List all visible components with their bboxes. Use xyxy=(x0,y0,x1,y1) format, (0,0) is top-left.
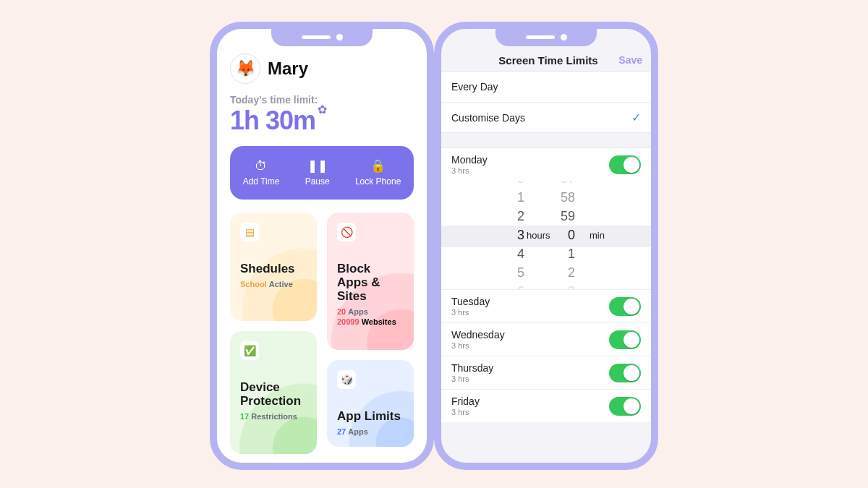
save-button[interactable]: Save xyxy=(618,54,642,66)
card-value-text: Restrictions xyxy=(251,412,297,421)
day-row-friday[interactable]: Friday 3 hrs xyxy=(441,389,651,422)
day-value: 3 hrs xyxy=(451,341,505,350)
card-device-protection[interactable]: ✅ Device Protection 17 Restrictions xyxy=(230,331,317,454)
calendar-icon: ▤ xyxy=(240,223,259,241)
block-icon: 🚫 xyxy=(337,223,356,241)
day-toggle-friday[interactable] xyxy=(609,397,641,416)
card-app-limits[interactable]: 🎲 App Limits 27 Apps xyxy=(327,360,414,447)
day-name: Wednesday xyxy=(451,329,505,341)
day-row-thursday[interactable]: Thursday 3 hrs xyxy=(441,356,651,389)
phone-notch xyxy=(271,27,373,46)
dice-icon: 🎲 xyxy=(337,370,356,389)
card-value: 27 xyxy=(337,427,346,436)
day-row-wednesday[interactable]: Wednesday 3 hrs xyxy=(441,322,651,356)
action-label: Pause xyxy=(305,176,330,187)
card-title: Shedules xyxy=(240,262,307,275)
day-value: 3 hrs xyxy=(451,166,488,175)
mode-every-day[interactable]: Every Day xyxy=(441,72,651,102)
checkmark-icon: ✓ xyxy=(631,111,641,124)
time-picker[interactable]: 0 1 2 3 4 5 6 57 58 59 0 1 2 xyxy=(441,181,651,289)
dashboard-phone: 🦊 Mary Today's time limit: 1h 30m ✿ ⏱ Ad… xyxy=(210,22,434,470)
card-title: App Limits xyxy=(337,409,404,423)
day-name: Thursday xyxy=(451,362,493,374)
mode-customise-days-label: Customise Days xyxy=(451,112,525,124)
min-unit-label: min xyxy=(590,230,605,241)
pause-icon: ❚❚ xyxy=(307,160,328,172)
day-name: Monday xyxy=(451,154,488,166)
card-sites-value: 20999 xyxy=(337,317,359,326)
card-apps-value: 20 xyxy=(337,307,346,316)
days-list: Monday 3 hrs 0 1 2 3 4 5 6 xyxy=(441,147,651,422)
minutes-wheel[interactable]: 57 58 59 0 1 2 3 xyxy=(561,181,575,289)
day-name: Friday xyxy=(451,395,480,407)
day-row-monday[interactable]: Monday 3 hrs xyxy=(441,148,651,181)
time-limit-value: 1h 30m xyxy=(230,106,315,136)
settings-icon[interactable]: ✿ xyxy=(318,103,327,116)
mode-every-day-label: Every Day xyxy=(451,81,498,93)
card-value: School xyxy=(240,280,267,288)
mode-selector-list: Every Day Customise Days ✓ xyxy=(441,71,651,133)
pause-button[interactable]: ❚❚ Pause xyxy=(305,160,330,187)
card-title: Block Apps & Sites xyxy=(337,262,404,303)
lock-phone-button[interactable]: 🔒 Lock Phone xyxy=(355,160,401,187)
day-toggle-monday[interactable] xyxy=(609,155,641,174)
page-title: Screen Time Limits xyxy=(498,54,597,67)
card-value: 17 xyxy=(240,412,249,421)
add-time-button[interactable]: ⏱ Add Time xyxy=(243,160,280,187)
card-value-text: Apps xyxy=(348,427,368,436)
shield-check-icon: ✅ xyxy=(240,341,259,360)
profile-header[interactable]: 🦊 Mary xyxy=(230,53,414,84)
day-toggle-tuesday[interactable] xyxy=(609,297,641,316)
day-row-tuesday[interactable]: Tuesday 3 hrs xyxy=(441,289,651,322)
mode-customise-days[interactable]: Customise Days ✓ xyxy=(441,102,651,132)
hours-unit-label: hours xyxy=(527,230,550,241)
quick-actions-bar: ⏱ Add Time ❚❚ Pause 🔒 Lock Phone xyxy=(230,146,414,200)
day-value: 3 hrs xyxy=(451,374,493,383)
day-toggle-wednesday[interactable] xyxy=(609,330,641,349)
timer-icon: ⏱ xyxy=(255,160,267,172)
phone-notch xyxy=(495,27,597,46)
action-label: Add Time xyxy=(243,176,280,187)
card-apps-text: Apps xyxy=(348,307,368,316)
day-name: Tuesday xyxy=(451,296,490,307)
day-value: 3 hrs xyxy=(451,308,490,317)
lock-icon: 🔒 xyxy=(370,160,386,172)
hours-wheel[interactable]: 0 1 2 3 4 5 6 xyxy=(517,181,524,289)
profile-name: Mary xyxy=(268,59,308,79)
card-value-text: Active xyxy=(269,280,293,288)
card-schedules[interactable]: ▤ Shedules School Active xyxy=(230,213,317,321)
card-sites-text: Websites xyxy=(362,317,396,326)
card-title: Device Protection xyxy=(240,380,307,408)
day-value: 3 hrs xyxy=(451,408,480,416)
screen-time-limits-phone: Screen Time Limits Save Every Day Custom… xyxy=(434,22,658,470)
day-toggle-thursday[interactable] xyxy=(609,364,641,382)
card-block-apps-sites[interactable]: 🚫 Block Apps & Sites 20 Apps 20999 Websi… xyxy=(327,213,414,350)
action-label: Lock Phone xyxy=(355,176,401,187)
avatar: 🦊 xyxy=(230,53,260,84)
